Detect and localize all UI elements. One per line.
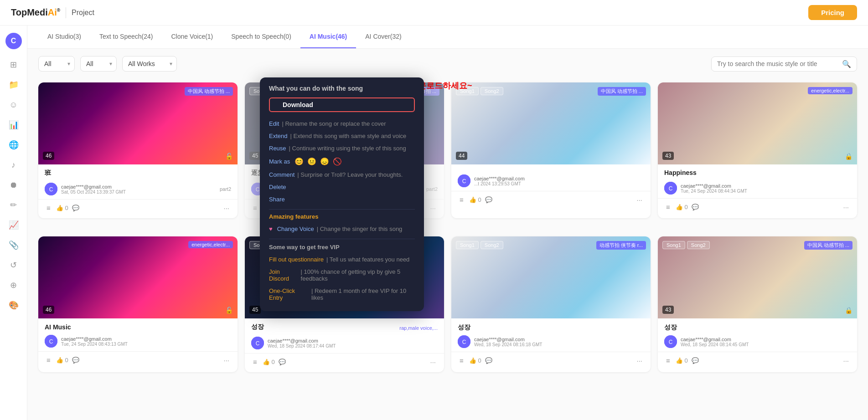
- card-7-more-btn[interactable]: ···: [635, 355, 644, 366]
- sidebar-avatar[interactable]: C: [5, 33, 22, 49]
- sidebar-item-palette[interactable]: 🎨: [5, 297, 22, 313]
- tab-ai-cover[interactable]: AI Cover(32): [356, 26, 410, 48]
- tab-speech-to-speech[interactable]: Speech to Speech(0): [222, 26, 300, 48]
- sidebar-item-record[interactable]: ⏺: [5, 177, 22, 193]
- popup-edit-item[interactable]: Edit | Rename the song or replace the co…: [269, 118, 415, 130]
- card-7-lyrics-btn[interactable]: ≡: [458, 355, 465, 366]
- search-input[interactable]: [717, 60, 842, 67]
- card-4-avatar: C: [664, 182, 677, 195]
- card-1: 中国风 动感节拍 ... 46 🔓 班 C caejae****@gmail: [38, 82, 238, 218]
- card-4-more-btn[interactable]: ···: [841, 201, 851, 213]
- card-5-genre-tag: energetic,electr...: [188, 241, 233, 248]
- discord-label: Join Discord: [269, 268, 298, 282]
- sidebar-item-chart[interactable]: 📊: [5, 117, 22, 133]
- card-6-lyrics-btn[interactable]: ≡: [251, 356, 259, 368]
- card-5: energetic,electr... 46 🔓 AI Music C caej…: [38, 236, 238, 372]
- card-8-song1-btn[interactable]: Song1: [662, 241, 685, 249]
- card-5-lock: 🔓: [225, 307, 233, 314]
- card-4-user: C caejae****@gmail.com Tue, 24 Sep 2024 …: [664, 182, 851, 195]
- svg-text:C: C: [669, 185, 673, 192]
- questionnaire-label: Fill out questionnaire: [269, 256, 324, 263]
- card-6-email: caejae****@gmail.com: [268, 338, 438, 343]
- card-8-lock: 🔒: [845, 307, 852, 314]
- filter3-wrapper: All Works: [122, 56, 177, 72]
- card-4-number: 43: [662, 152, 674, 160]
- popup-oneclick-item[interactable]: One-Click Entry | Redeem 1 month of free…: [269, 285, 415, 304]
- card-1-email: caejae****@gmail.com: [61, 184, 216, 190]
- filter2-select[interactable]: All: [80, 56, 117, 72]
- logo-ai: Ai: [48, 7, 57, 17]
- sidebar-item-folder[interactable]: 📁: [5, 77, 22, 93]
- tab-ai-studio[interactable]: AI Studio(3): [38, 26, 90, 48]
- filter1-select[interactable]: All: [38, 56, 75, 72]
- card-6-genre: rap,male voice,...: [399, 325, 438, 331]
- card-1-image: 中国风 动感节拍 ... 46 🔓: [38, 82, 238, 164]
- search-icon[interactable]: 🔍: [842, 60, 851, 68]
- card-3-lyrics-btn[interactable]: ≡: [458, 194, 465, 205]
- sidebar-item-rotate[interactable]: ↺: [5, 257, 22, 273]
- card-8-actions: ≡ 👍 0 💬 ···: [658, 352, 857, 371]
- emoji-block[interactable]: 🚫: [333, 157, 342, 166]
- popup-reuse-item[interactable]: Reuse | Continue writing using the style…: [269, 142, 415, 154]
- tab-text-to-speech[interactable]: Text to Speech(24): [90, 26, 162, 48]
- card-3-more-btn[interactable]: ···: [635, 194, 644, 205]
- card-7-song-btns: Song1 Song2: [456, 241, 503, 249]
- sidebar-item-music[interactable]: ♪: [5, 157, 22, 173]
- card-4-user-info: caejae****@gmail.com Tue, 24 Sep 2024 08…: [681, 183, 851, 194]
- card-2-part: part2: [426, 186, 438, 192]
- popup-questionnaire-item[interactable]: Fill out questionnaire | Tell us what fe…: [269, 253, 415, 266]
- popup-change-voice-item[interactable]: ♥ Change Voice | Change the singer for t…: [269, 223, 415, 235]
- amazing-features-title: Amazing features: [269, 213, 415, 220]
- filter3-select[interactable]: All Works: [122, 56, 177, 72]
- emoji-smile[interactable]: 😊: [294, 157, 304, 166]
- card-7-song2-btn[interactable]: Song2: [480, 241, 503, 249]
- card-3-song2-btn[interactable]: Song2: [480, 87, 503, 95]
- popup-delete-item[interactable]: Delete: [269, 181, 415, 193]
- header: TopMediAi® Project Pricing: [0, 0, 868, 26]
- card-3-avatar: C: [458, 174, 470, 187]
- card-8-user: C caejae****@gmail.com Wed, 18 Sep 2024 …: [664, 335, 851, 348]
- sidebar-item-globe[interactable]: 🌐: [5, 137, 22, 153]
- popup-markas-item[interactable]: Mark as 😊 😐 😞 🚫: [269, 154, 415, 169]
- logo[interactable]: TopMediAi®: [11, 7, 60, 18]
- card-7-date: Wed, 18 Sep 2024 08:16:18 GMT: [474, 342, 644, 347]
- popup-comment-item[interactable]: Comment | Surprise or Troll? Leave your …: [269, 169, 415, 181]
- card-5-more-btn[interactable]: ···: [222, 354, 231, 366]
- sidebar-item-face[interactable]: ☺: [5, 97, 22, 113]
- card-4-lyrics-btn[interactable]: ≡: [664, 201, 672, 213]
- tab-ai-music[interactable]: AI Music(46): [300, 26, 356, 48]
- sidebar-item-clip[interactable]: 📎: [5, 237, 22, 253]
- card-8-lyrics-btn[interactable]: ≡: [664, 355, 672, 366]
- discord-desc: | 100% chance of getting vip by give 5 f…: [301, 268, 415, 282]
- card-5-user: C caejae****@gmail.com Tue, 24 Sep 2024 …: [45, 335, 231, 348]
- download-button[interactable]: Download: [269, 97, 415, 112]
- card-3-song1-btn[interactable]: Song1: [456, 87, 479, 95]
- popup-discord-item[interactable]: Join Discord | 100% chance of getting vi…: [269, 266, 415, 285]
- sidebar-item-home[interactable]: ⊞: [5, 56, 22, 73]
- sidebar-item-layers[interactable]: ⊕: [5, 277, 22, 293]
- card-2-more-btn[interactable]: ···: [428, 202, 438, 214]
- card-1-like: 👍 0: [56, 205, 68, 211]
- card-8-song2-btn[interactable]: Song2: [687, 241, 710, 249]
- card-2-lyrics-btn[interactable]: ≡: [251, 202, 259, 214]
- card-1-more-btn[interactable]: ···: [222, 202, 231, 214]
- popup-share-item[interactable]: Share: [269, 193, 415, 205]
- delete-label: Delete: [269, 184, 286, 190]
- sidebar-item-pen[interactable]: ✏: [5, 197, 22, 213]
- svg-text:C: C: [49, 186, 53, 193]
- card-3-number: 44: [456, 152, 467, 160]
- card-6-like: 👍 0: [263, 359, 275, 365]
- card-6-more-btn[interactable]: ···: [428, 356, 438, 368]
- mark-icons: 😊 😐 😞 🚫: [294, 157, 342, 166]
- svg-text:C: C: [462, 339, 466, 345]
- card-5-lyrics-btn[interactable]: ≡: [45, 354, 52, 366]
- card-7-song1-btn[interactable]: Song1: [456, 241, 479, 249]
- emoji-sad[interactable]: 😞: [320, 157, 329, 166]
- pricing-button[interactable]: Pricing: [808, 5, 857, 20]
- emoji-neutral[interactable]: 😐: [307, 157, 316, 166]
- card-8-more-btn[interactable]: ···: [841, 355, 851, 366]
- tab-clone-voice[interactable]: Clone Voice(1): [162, 26, 222, 48]
- sidebar-item-barchart[interactable]: 📈: [5, 217, 22, 233]
- card-1-lyrics-btn[interactable]: ≡: [45, 202, 52, 214]
- popup-extend-item[interactable]: Extend | Extend this song with same styl…: [269, 130, 415, 142]
